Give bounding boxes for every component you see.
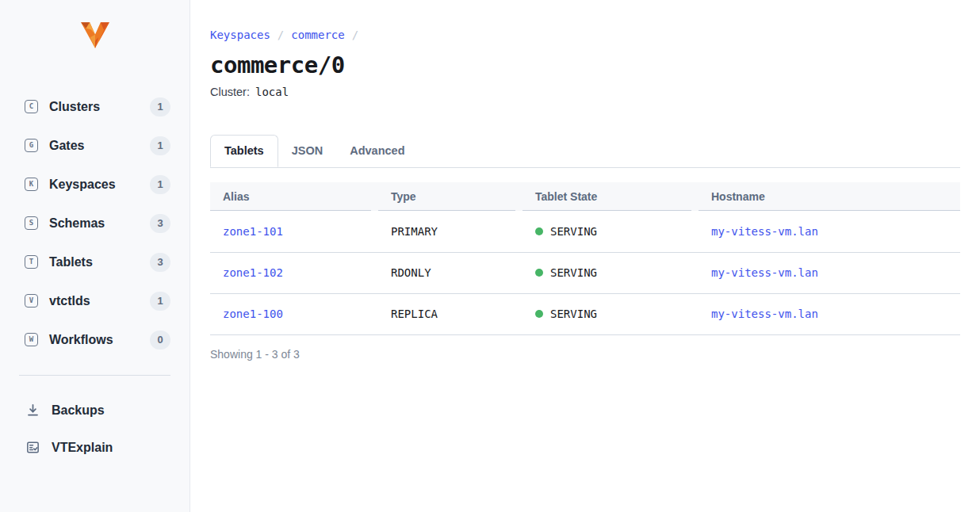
state-cell: SERVING: [523, 252, 699, 293]
sidebar-item-label: Gates: [49, 139, 84, 153]
letter-w-icon: W: [25, 333, 38, 346]
state-cell: SERVING: [523, 211, 699, 252]
sidebar-item-tablets[interactable]: T Tablets 3: [0, 243, 189, 281]
cluster-value: local: [255, 86, 289, 98]
sidebar-item-workflows[interactable]: W Workflows 0: [0, 320, 189, 359]
hostname-cell: my-vitess-vm.lan: [699, 211, 960, 252]
tablet-state: SERVING: [550, 308, 597, 320]
count-badge: 0: [150, 331, 170, 350]
vitess-logo[interactable]: [0, 17, 189, 51]
breadcrumb-link-commerce[interactable]: commerce: [291, 29, 344, 41]
letter-t-icon: T: [25, 255, 38, 269]
type-cell: PRIMARY: [378, 211, 523, 252]
count-badge: 1: [150, 97, 170, 117]
tab-bar: Tablets JSON Advanced: [210, 135, 960, 168]
table-row: zone1-102 RDONLY SERVING my-vitess-vm.la…: [210, 252, 960, 293]
type-cell: RDONLY: [378, 252, 523, 293]
letter-c-icon: C: [25, 100, 38, 113]
sidebar-item-vtexplain[interactable]: VTExplain: [0, 429, 189, 466]
letter-v-icon: V: [25, 294, 38, 308]
sidebar-item-label: vtctlds: [49, 294, 90, 308]
sidebar-divider: [19, 375, 170, 376]
sidebar-item-schemas[interactable]: S Schemas 3: [0, 204, 189, 243]
letter-s-icon: S: [25, 216, 38, 230]
count-badge: 3: [150, 253, 170, 272]
alias-cell: zone1-100: [210, 293, 378, 334]
table-header-row: Alias Type Tablet State Hostname: [210, 182, 960, 211]
breadcrumb-link-keyspaces[interactable]: Keyspaces: [210, 29, 270, 41]
sidebar-item-label: Backups: [52, 403, 105, 418]
download-icon: [25, 403, 40, 418]
vtadmin-app: C Clusters 1 G Gates 1 K Keyspaces 1 S S…: [0, 0, 980, 512]
tablet-state: SERVING: [550, 266, 597, 279]
hostname-cell: my-vitess-vm.lan: [699, 252, 960, 293]
sidebar-item-label: Schemas: [49, 216, 105, 231]
alias-cell: zone1-102: [210, 252, 378, 293]
sidebar: C Clusters 1 G Gates 1 K Keyspaces 1 S S…: [0, 0, 190, 512]
hostname-cell: my-vitess-vm.lan: [699, 293, 960, 334]
tablet-hostname-link[interactable]: my-vitess-vm.lan: [711, 266, 818, 279]
tablet-alias-link[interactable]: zone1-101: [223, 225, 283, 238]
count-badge: 1: [150, 292, 170, 311]
tablets-table: Alias Type Tablet State Hostname zone1-1…: [210, 182, 960, 335]
table-row: zone1-101 PRIMARY SERVING my-vitess-vm.l…: [210, 211, 960, 252]
sidebar-item-gates[interactable]: G Gates 1: [0, 126, 189, 165]
sidebar-item-backups[interactable]: Backups: [0, 392, 189, 429]
cluster-line: Cluster: local: [210, 86, 960, 99]
tablet-alias-link[interactable]: zone1-100: [223, 308, 283, 320]
column-header-alias: Alias: [210, 182, 378, 211]
breadcrumb-separator: /: [352, 29, 358, 41]
tablet-state: SERVING: [550, 225, 597, 238]
vitess-logo-icon: [78, 17, 112, 51]
sidebar-item-keyspaces[interactable]: K Keyspaces 1: [0, 165, 189, 204]
page-title: commerce/0: [210, 52, 960, 78]
type-cell: REPLICA: [378, 293, 523, 334]
sidebar-item-label: VTExplain: [52, 441, 113, 455]
alias-cell: zone1-101: [210, 211, 378, 252]
sidebar-item-vtctlds[interactable]: V vtctlds 1: [0, 281, 189, 320]
checklist-icon: [25, 440, 40, 456]
results-count: Showing 1 - 3 of 3: [210, 348, 960, 361]
sidebar-nav: C Clusters 1 G Gates 1 K Keyspaces 1 S S…: [0, 87, 189, 359]
tablet-hostname-link[interactable]: my-vitess-vm.lan: [711, 308, 818, 320]
column-header-tablet-state: Tablet State: [523, 182, 699, 211]
sidebar-item-label: Keyspaces: [49, 178, 116, 192]
tab-advanced[interactable]: Advanced: [336, 135, 418, 167]
tablet-hostname-link[interactable]: my-vitess-vm.lan: [711, 225, 818, 238]
sidebar-item-label: Workflows: [49, 333, 113, 347]
count-badge: 3: [150, 214, 170, 233]
cluster-label: Cluster:: [210, 86, 250, 98]
sidebar-secondary-nav: Backups VTExplain: [0, 392, 189, 466]
serving-status-dot: [535, 269, 543, 277]
table-header: Alias Type Tablet State Hostname: [210, 182, 960, 211]
state-cell: SERVING: [523, 293, 699, 334]
main-content: Keyspaces / commerce / commerce/0 Cluste…: [190, 0, 980, 512]
tab-tablets[interactable]: Tablets: [210, 135, 278, 167]
tablet-alias-link[interactable]: zone1-102: [223, 266, 283, 279]
breadcrumb: Keyspaces / commerce /: [210, 29, 960, 41]
letter-k-icon: K: [25, 178, 38, 191]
serving-status-dot: [535, 310, 543, 318]
sidebar-item-clusters[interactable]: C Clusters 1: [0, 87, 189, 126]
breadcrumb-separator: /: [278, 29, 284, 41]
count-badge: 1: [150, 136, 170, 155]
table-row: zone1-100 REPLICA SERVING my-vitess-vm.l…: [210, 293, 960, 334]
sidebar-item-label: Clusters: [49, 100, 100, 114]
column-header-hostname: Hostname: [699, 182, 960, 211]
sidebar-item-label: Tablets: [49, 255, 93, 269]
tab-json[interactable]: JSON: [278, 135, 337, 167]
letter-g-icon: G: [25, 139, 38, 152]
serving-status-dot: [535, 227, 543, 235]
count-badge: 1: [150, 175, 170, 194]
column-header-type: Type: [378, 182, 523, 211]
